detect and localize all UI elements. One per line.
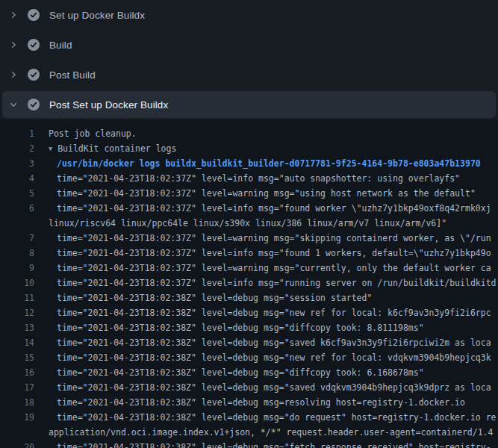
log-group-title: BuildKit container logs xyxy=(57,143,176,154)
log-text: time="2021-04-23T18:02:38Z" level=debug … xyxy=(34,410,498,425)
chevron-right-icon xyxy=(7,69,19,81)
log-line-number[interactable]: 4 xyxy=(0,171,34,186)
log-line: 15time="2021-04-23T18:02:38Z" level=debu… xyxy=(0,350,498,365)
log-line-number[interactable]: 18 xyxy=(0,395,34,410)
log-text: Post job cleanup. xyxy=(34,126,498,141)
step-header-set-up-docker-buildx[interactable]: Set up Docker Buildx xyxy=(0,0,498,30)
log-text: time="2021-04-23T18:02:37Z" level=info m… xyxy=(34,276,498,290)
log-text: time="2021-04-23T18:02:38Z" level=debug … xyxy=(34,365,498,380)
log-line: 5time="2021-04-23T18:02:37Z" level=warni… xyxy=(0,186,498,201)
chevron-right-icon xyxy=(7,39,19,51)
log-line-number[interactable]: 6 xyxy=(0,201,34,216)
log-line-wrap: linux/riscv64 linux/ppc64le linux/s390x … xyxy=(0,216,498,231)
step-header-post-set-up-docker-buildx[interactable]: Post Set up Docker Buildx xyxy=(2,91,496,118)
log-line: 9time="2021-04-23T18:02:37Z" level=warni… xyxy=(0,261,498,276)
log-text: time="2021-04-23T18:02:37Z" level=warnin… xyxy=(34,186,498,201)
log-line-number[interactable]: 19 xyxy=(0,410,34,425)
log-line-number[interactable]: 9 xyxy=(0,261,34,276)
log-text: time="2021-04-23T18:02:38Z" level=debug … xyxy=(34,440,498,448)
log-line: 11time="2021-04-23T18:02:38Z" level=debu… xyxy=(0,290,498,305)
log-group-toggle[interactable]: ▼BuildKit container logs xyxy=(34,141,498,156)
log-text: linux/riscv64 linux/ppc64le linux/s390x … xyxy=(34,216,498,231)
check-circle-icon xyxy=(28,39,40,51)
log-line: 18time="2021-04-23T18:02:38Z" level=debu… xyxy=(0,395,498,410)
log-text: time="2021-04-23T18:02:37Z" level=info m… xyxy=(34,246,498,261)
log-line: 6time="2021-04-23T18:02:37Z" level=info … xyxy=(0,201,498,216)
log-line-number[interactable]: 20 xyxy=(0,440,34,448)
log-text: time="2021-04-23T18:02:38Z" level=debug … xyxy=(34,290,498,305)
log-text: time="2021-04-23T18:02:37Z" level=warnin… xyxy=(34,231,498,246)
log-line-number[interactable]: 12 xyxy=(0,305,34,320)
log-text: time="2021-04-23T18:02:37Z" level=info m… xyxy=(34,171,498,186)
log-line: 20time="2021-04-23T18:02:38Z" level=debu… xyxy=(0,440,498,448)
log-line-number[interactable]: 8 xyxy=(0,246,34,261)
step-label: Post Set up Docker Buildx xyxy=(49,99,168,111)
step-label: Post Build xyxy=(49,69,96,81)
log-text: time="2021-04-23T18:02:38Z" level=debug … xyxy=(34,395,498,410)
log-line: 8time="2021-04-23T18:02:37Z" level=info … xyxy=(0,246,498,261)
log-line-number[interactable]: 11 xyxy=(0,290,34,305)
log-line-number[interactable]: 10 xyxy=(0,276,34,290)
log-line: 3/usr/bin/docker logs buildx_buildkit_bu… xyxy=(0,156,498,171)
log-line: 1Post job cleanup. xyxy=(0,126,498,141)
log-text: time="2021-04-23T18:02:37Z" level=warnin… xyxy=(34,261,498,276)
triangle-down-icon: ▼ xyxy=(49,141,52,156)
chevron-right-icon xyxy=(7,9,19,21)
log-text: time="2021-04-23T18:02:38Z" level=debug … xyxy=(34,320,498,335)
step-label: Build xyxy=(49,40,72,51)
log-viewer: 1Post job cleanup.2▼BuildKit container l… xyxy=(0,119,498,448)
log-line-number[interactable]: 7 xyxy=(0,231,34,246)
step-header-post-build[interactable]: Post Build xyxy=(0,60,498,90)
log-line: 12time="2021-04-23T18:02:38Z" level=debu… xyxy=(0,305,498,320)
log-command-text: /usr/bin/docker logs buildx_buildkit_bui… xyxy=(34,156,498,171)
log-line-number[interactable]: 13 xyxy=(0,320,34,335)
log-line: 2▼BuildKit container logs xyxy=(0,141,498,156)
log-text: time="2021-04-23T18:02:38Z" level=debug … xyxy=(34,350,498,365)
log-line-number[interactable]: 3 xyxy=(0,156,34,171)
workflow-log-panel: Set up Docker BuildxBuildPost BuildPost … xyxy=(0,0,498,448)
log-line: 13time="2021-04-23T18:02:38Z" level=debu… xyxy=(0,320,498,335)
log-line-number[interactable]: 14 xyxy=(0,335,34,350)
log-text: time="2021-04-23T18:02:37Z" level=info m… xyxy=(34,201,498,216)
log-line: 19time="2021-04-23T18:02:38Z" level=debu… xyxy=(0,410,498,425)
log-line: 4time="2021-04-23T18:02:37Z" level=info … xyxy=(0,171,498,186)
log-line: 16time="2021-04-23T18:02:38Z" level=debu… xyxy=(0,365,498,380)
log-line-number[interactable]: 1 xyxy=(0,126,34,141)
step-header-build[interactable]: Build xyxy=(0,30,498,60)
log-line: 14time="2021-04-23T18:02:38Z" level=debu… xyxy=(0,335,498,350)
log-line: 10time="2021-04-23T18:02:37Z" level=info… xyxy=(0,276,498,290)
log-line-number[interactable]: 2 xyxy=(0,141,34,156)
chevron-down-icon xyxy=(7,99,19,111)
log-text: time="2021-04-23T18:02:38Z" level=debug … xyxy=(34,335,498,350)
steps-list: Set up Docker BuildxBuildPost BuildPost … xyxy=(0,0,498,119)
check-circle-icon xyxy=(28,9,40,21)
log-line-wrap: application/vnd.oci.image.index.v1+json,… xyxy=(0,425,498,440)
check-circle-icon xyxy=(28,99,40,111)
log-line: 17time="2021-04-23T18:02:38Z" level=debu… xyxy=(0,380,498,395)
log-text: application/vnd.oci.image.index.v1+json,… xyxy=(34,425,498,440)
log-line-number[interactable]: 17 xyxy=(0,380,34,395)
check-circle-icon xyxy=(28,69,40,81)
log-line-number[interactable]: 16 xyxy=(0,365,34,380)
step-label: Set up Docker Buildx xyxy=(49,10,145,21)
log-text: time="2021-04-23T18:02:38Z" level=debug … xyxy=(34,305,498,320)
log-line-number[interactable]: 5 xyxy=(0,186,34,201)
log-line: 7time="2021-04-23T18:02:37Z" level=warni… xyxy=(0,231,498,246)
log-line-number[interactable]: 15 xyxy=(0,350,34,365)
log-line-number xyxy=(0,216,34,231)
log-line-number xyxy=(0,425,34,440)
log-text: time="2021-04-23T18:02:38Z" level=debug … xyxy=(34,380,498,395)
